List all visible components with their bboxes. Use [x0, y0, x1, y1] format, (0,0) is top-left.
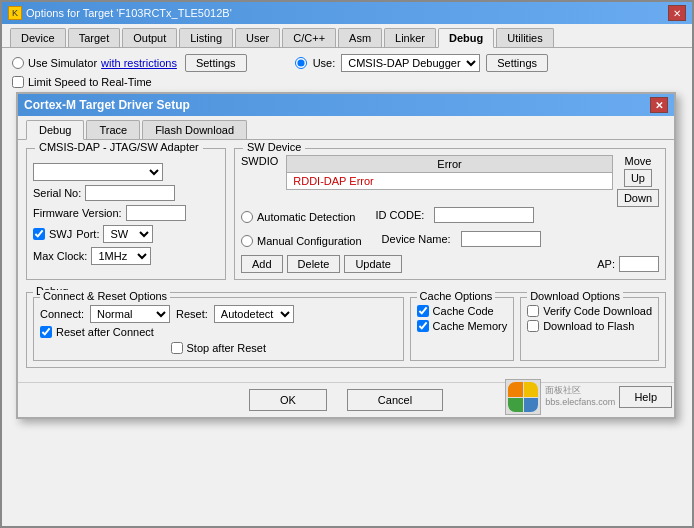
firmware-input[interactable] — [126, 205, 186, 221]
inner-tab-trace[interactable]: Trace — [86, 120, 140, 139]
tab-asm[interactable]: Asm — [338, 28, 382, 47]
adapter-select[interactable] — [33, 163, 163, 181]
maxclock-select[interactable]: 1MHz 2MHz — [91, 247, 151, 265]
cache-code-label: Cache Code — [433, 305, 494, 317]
update-button[interactable]: Update — [344, 255, 401, 273]
watermark-text: 面板社区 bbs.elecfans.com — [545, 385, 615, 408]
inner-tab-debug[interactable]: Debug — [26, 120, 84, 140]
app-icon: K — [8, 6, 22, 20]
port-label: Port: — [76, 228, 99, 240]
id-code-input[interactable] — [434, 207, 534, 223]
cache-legend: Cache Options — [417, 290, 496, 302]
detection-row: Automatic Detection ID CODE: — [241, 207, 659, 227]
ok-button[interactable]: OK — [249, 389, 327, 411]
help-button[interactable]: Help — [619, 386, 672, 408]
debugger-select[interactable]: CMSIS-DAP Debugger — [341, 54, 480, 72]
reset-select[interactable]: Autodetect Hardware Reset — [214, 305, 294, 323]
cache-memory-checkbox[interactable] — [417, 320, 429, 332]
stop-after-reset-row: Stop after Reset — [40, 342, 397, 354]
delete-button[interactable]: Delete — [287, 255, 341, 273]
tab-device[interactable]: Device — [10, 28, 66, 47]
simulator-row: Use Simulator with restrictions Settings… — [2, 48, 692, 74]
bottom-section: Debug Connect & Reset Options Connect: N… — [18, 288, 674, 382]
serial-label: Serial No: — [33, 187, 81, 199]
ap-input[interactable] — [619, 256, 659, 272]
inner-dialog: Cortex-M Target Driver Setup ✕ Debug Tra… — [16, 92, 676, 419]
swj-row: SWJ Port: SW JTAG — [33, 225, 219, 243]
swj-checkbox[interactable] — [33, 228, 45, 240]
logo-q1 — [508, 382, 523, 397]
serial-row: Serial No: — [33, 185, 219, 201]
port-select[interactable]: SW JTAG — [103, 225, 153, 243]
stop-after-reset-label: Stop after Reset — [187, 342, 267, 354]
sw-device-table: Error RDDI-DAP Error — [286, 155, 613, 190]
watermark-line1: 面板社区 — [545, 385, 615, 397]
dialog-footer: OK Cancel 面板社区 bbs.elecfans.com Help — [18, 382, 674, 417]
firmware-label: Firmware Version: — [33, 207, 122, 219]
sw-table-container: Error RDDI-DAP Error — [286, 155, 613, 207]
sw-device-legend: SW Device — [243, 141, 305, 153]
settings-button-2[interactable]: Settings — [486, 54, 548, 72]
serial-input[interactable] — [85, 185, 175, 201]
cancel-button[interactable]: Cancel — [347, 389, 443, 411]
watermark-logo — [505, 379, 541, 415]
device-name-label: Device Name: — [382, 233, 451, 245]
ap-label: AP: — [597, 258, 615, 270]
tab-output[interactable]: Output — [122, 28, 177, 47]
limit-speed-checkbox[interactable] — [12, 76, 24, 88]
device-name-input[interactable] — [461, 231, 541, 247]
verify-code-row: Verify Code Download — [527, 305, 652, 317]
tab-cplusplus[interactable]: C/C++ — [282, 28, 336, 47]
connect-legend: Connect & Reset Options — [40, 290, 170, 302]
connect-select[interactable]: Normal Reset Connect under Reset — [90, 305, 170, 323]
error-cell: RDDI-DAP Error — [287, 173, 613, 190]
restrictions-link[interactable]: with restrictions — [101, 57, 177, 69]
use-simulator-radio[interactable] — [12, 57, 24, 69]
reset-after-connect-row: Reset after Connect — [40, 326, 397, 338]
tab-listing[interactable]: Listing — [179, 28, 233, 47]
cmsis-panel: CMSIS-DAP - JTAG/SW Adapter Serial No: F… — [26, 148, 226, 280]
move-down-button[interactable]: Down — [617, 189, 659, 207]
cache-code-checkbox[interactable] — [417, 305, 429, 317]
tab-linker[interactable]: Linker — [384, 28, 436, 47]
settings-button-1[interactable]: Settings — [185, 54, 247, 72]
connect-label: Connect: — [40, 308, 84, 320]
inner-close-button[interactable]: ✕ — [650, 97, 668, 113]
add-button[interactable]: Add — [241, 255, 283, 273]
download-to-flash-checkbox[interactable] — [527, 320, 539, 332]
firmware-row: Firmware Version: — [33, 205, 219, 221]
move-up-button[interactable]: Up — [624, 169, 652, 187]
tab-user[interactable]: User — [235, 28, 280, 47]
auto-detect-label: Automatic Detection — [257, 211, 355, 223]
table-header-error: Error — [287, 156, 613, 173]
tab-target[interactable]: Target — [68, 28, 121, 47]
limit-row: Limit Speed to Real-Time — [2, 74, 692, 92]
reset-after-connect-checkbox[interactable] — [40, 326, 52, 338]
cache-group: Cache Options Cache Code Cache Memory — [410, 297, 515, 361]
manual-config-radio[interactable] — [241, 235, 253, 247]
close-button[interactable]: ✕ — [668, 5, 686, 21]
inner-content: CMSIS-DAP - JTAG/SW Adapter Serial No: F… — [18, 140, 674, 288]
cache-code-row: Cache Code — [417, 305, 508, 317]
watermark-line2: bbs.elecfans.com — [545, 397, 615, 409]
use-simulator-label: Use Simulator — [28, 57, 97, 69]
device-name-row: Device Name: — [382, 231, 541, 247]
use-debugger-radio[interactable] — [295, 57, 307, 69]
verify-code-checkbox[interactable] — [527, 305, 539, 317]
logo-q4 — [524, 398, 539, 413]
use-group: Use: CMSIS-DAP Debugger Settings — [295, 54, 548, 72]
tab-debug[interactable]: Debug — [438, 28, 494, 48]
sw-device-row: SWDIO Error RDDI-DAP Error — [241, 155, 659, 207]
watermark-area: 面板社区 bbs.elecfans.com Help — [505, 379, 672, 415]
swj-label: SWJ — [49, 228, 72, 240]
main-window: K Options for Target 'F103RCTx_TLE5012B'… — [0, 0, 694, 528]
stop-after-reset-checkbox[interactable] — [171, 342, 183, 354]
inner-tab-flash[interactable]: Flash Download — [142, 120, 247, 139]
tab-utilities[interactable]: Utilities — [496, 28, 553, 47]
action-row: Add Delete Update AP: — [241, 255, 659, 273]
download-to-flash-label: Download to Flash — [543, 320, 634, 332]
logo-q3 — [508, 398, 523, 413]
connect-reset-group: Connect & Reset Options Connect: Normal … — [33, 297, 404, 361]
auto-detect-radio[interactable] — [241, 211, 253, 223]
use-label: Use: — [313, 57, 336, 69]
